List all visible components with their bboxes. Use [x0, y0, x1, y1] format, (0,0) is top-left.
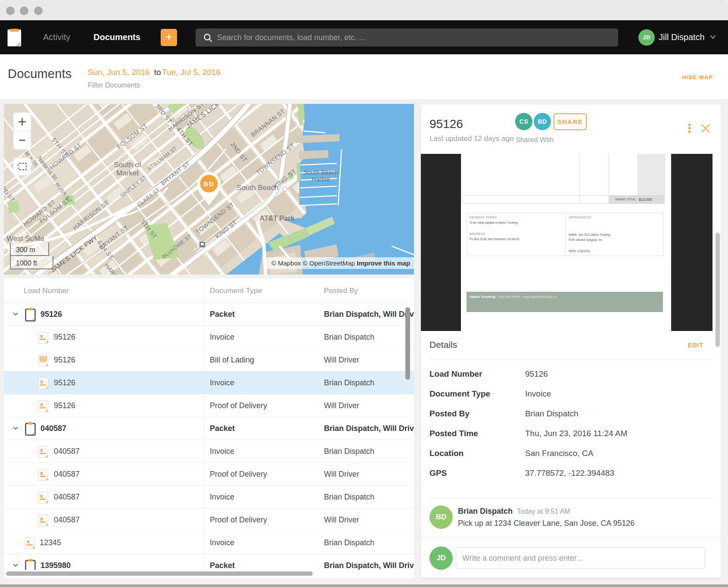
svg-text:300 m: 300 m: [16, 246, 35, 253]
svg-text:© Mapbox © OpenStreetMap Impro: © Mapbox © OpenStreetMap Improve this ma…: [271, 259, 410, 267]
svg-text:x: x: [40, 378, 44, 385]
svg-text:South Beach: South Beach: [304, 169, 338, 176]
svg-text:x: x: [40, 333, 44, 339]
svg-text:x: x: [27, 538, 30, 545]
svg-text:DATE: 2/16/2016: DATE: 2/16/2016: [569, 250, 590, 253]
svg-text:ADDRESS: ADDRESS: [470, 232, 485, 235]
svg-text:Alpine Trucking - 408-495-8949: Alpine Trucking - 408-495-8949 - www.alp…: [470, 295, 557, 299]
svg-text:To be made payable to Alpine T: To be made payable to Alpine Trucking: [470, 221, 518, 225]
svg-text:NAME: Joe CEO, Alpine Trucking: NAME: Joe CEO, Alpine Trucking: [569, 233, 610, 237]
svg-text:APPROVED BY: APPROVED BY: [569, 216, 592, 219]
svg-text:BD: BD: [203, 180, 215, 187]
svg-text:PO Box 3138, San Francisco, CA: PO Box 3138, San Francisco, CA 94131: [470, 237, 520, 240]
svg-text:$10,000: $10,000: [639, 197, 652, 202]
svg-text:x: x: [40, 515, 44, 522]
svg-text:South Beach: South Beach: [236, 184, 278, 192]
svg-text:GRAND TOTAL: GRAND TOTAL: [615, 198, 636, 201]
svg-text:Harbor: Harbor: [312, 176, 330, 183]
svg-text:FOR: Intuitive Surgical, Inc.: FOR: Intuitive Surgical, Inc.: [569, 238, 603, 242]
svg-text:x: x: [40, 401, 44, 408]
svg-text:x: x: [40, 493, 44, 499]
svg-text:1000 ft: 1000 ft: [16, 259, 37, 267]
svg-text:x: x: [40, 447, 44, 453]
svg-text:x: x: [40, 470, 44, 476]
svg-text:AT&T Park: AT&T Park: [260, 215, 295, 222]
svg-text:South of: South of: [114, 161, 141, 169]
svg-text:West SoMa: West SoMa: [6, 234, 44, 243]
svg-text:Market: Market: [116, 169, 139, 177]
svg-text:PAYMENT TERMS: PAYMENT TERMS: [470, 216, 497, 219]
